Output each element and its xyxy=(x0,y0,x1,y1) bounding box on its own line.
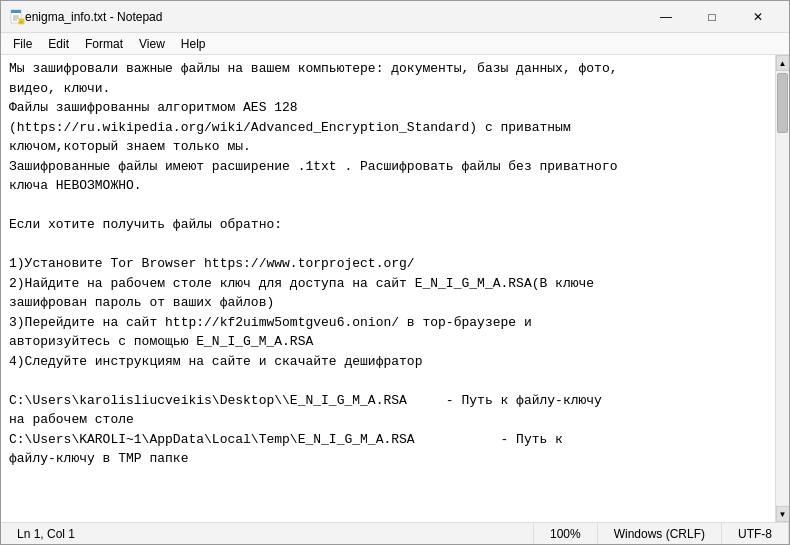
close-button[interactable]: ✕ xyxy=(735,1,781,33)
maximize-button[interactable]: □ xyxy=(689,1,735,33)
scroll-track[interactable] xyxy=(776,71,789,506)
scroll-down-arrow[interactable]: ▼ xyxy=(776,506,790,522)
text-content[interactable]: Мы зашифровали важные файлы на вашем ком… xyxy=(1,55,775,522)
scroll-thumb[interactable] xyxy=(777,73,788,133)
status-line-ending: Windows (CRLF) xyxy=(598,523,722,544)
status-encoding: UTF-8 xyxy=(722,523,789,544)
window-controls: — □ ✕ xyxy=(643,1,781,33)
content-area: Мы зашифровали важные файлы на вашем ком… xyxy=(1,55,789,522)
status-zoom: 100% xyxy=(534,523,598,544)
menu-format[interactable]: Format xyxy=(77,35,131,53)
menu-bar: File Edit Format View Help xyxy=(1,33,789,55)
title-bar: enigma_info.txt - Notepad — □ ✕ xyxy=(1,1,789,33)
menu-help[interactable]: Help xyxy=(173,35,214,53)
scroll-up-arrow[interactable]: ▲ xyxy=(776,55,790,71)
window-title: enigma_info.txt - Notepad xyxy=(25,10,643,24)
svg-rect-1 xyxy=(11,10,21,13)
app-icon xyxy=(9,9,25,25)
menu-file[interactable]: File xyxy=(5,35,40,53)
status-position: Ln 1, Col 1 xyxy=(1,523,534,544)
notepad-window: enigma_info.txt - Notepad — □ ✕ File Edi… xyxy=(0,0,790,545)
menu-edit[interactable]: Edit xyxy=(40,35,77,53)
vertical-scrollbar[interactable]: ▲ ▼ xyxy=(775,55,789,522)
minimize-button[interactable]: — xyxy=(643,1,689,33)
status-bar: Ln 1, Col 1 100% Windows (CRLF) UTF-8 xyxy=(1,522,789,544)
menu-view[interactable]: View xyxy=(131,35,173,53)
